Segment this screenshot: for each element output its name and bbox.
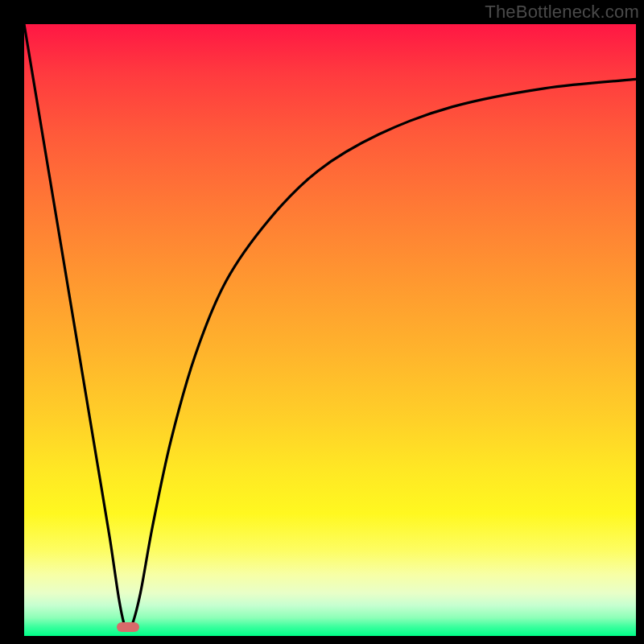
optimal-point-marker: [117, 622, 139, 632]
plot-area: [24, 24, 636, 636]
curve-path: [24, 24, 636, 630]
bottleneck-curve: [24, 24, 636, 636]
chart-frame: TheBottleneck.com: [0, 0, 644, 644]
watermark-text: TheBottleneck.com: [485, 2, 639, 23]
